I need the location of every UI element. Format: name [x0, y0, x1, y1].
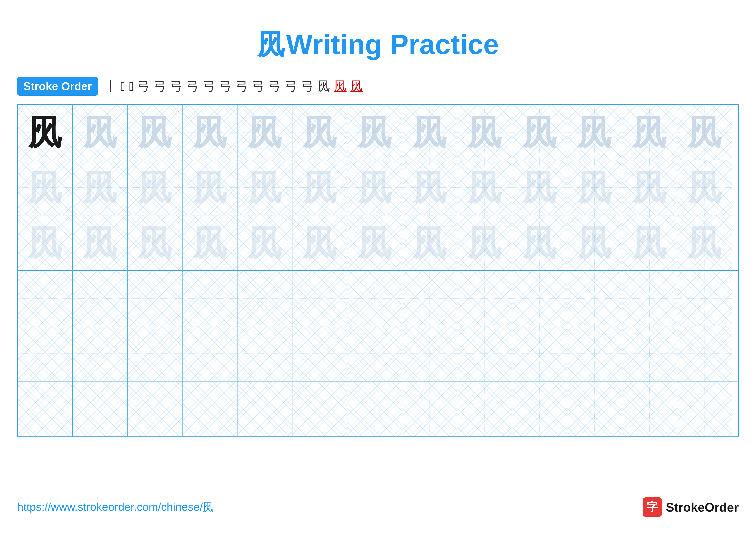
grid-cell-3-10[interactable]: 㶡	[512, 216, 567, 270]
grid-cell-1-11[interactable]: 㶡	[567, 105, 622, 160]
grid-cell-1-2[interactable]: 㶡	[73, 105, 127, 160]
stroke-sequence: 丨 𠃋 𠃌 弓 弓 弓 弓 弓 弓 弓 弓 弓 弓 弓 㶡 㶡 㶡	[104, 78, 363, 94]
footer-logo: 字 StrokeOrder	[643, 497, 739, 517]
grid-cell-4-8[interactable]	[402, 271, 457, 326]
grid-cell-6-1[interactable]	[18, 381, 73, 436]
stroke-17: 㶡	[350, 78, 363, 94]
char-faint: 㶡	[83, 226, 117, 260]
grid-cell-3-12[interactable]: 㶡	[622, 216, 677, 270]
grid-row-3: 㶡 㶡 㶡 㶡 㶡 㶡 㶡 㶡	[18, 216, 738, 271]
grid-cell-5-8[interactable]	[402, 326, 457, 381]
grid-cell-3-5[interactable]: 㶡	[237, 216, 292, 270]
grid-cell-2-9[interactable]: 㶡	[457, 160, 512, 215]
char-guide: 㶡	[193, 115, 227, 149]
char-faint: 㶡	[193, 226, 227, 260]
grid-cell-2-8[interactable]: 㶡	[402, 160, 457, 215]
grid-cell-5-11[interactable]	[567, 326, 622, 381]
grid-cell-4-1[interactable]	[18, 271, 73, 326]
grid-cell-1-7[interactable]: 㶡	[347, 105, 402, 160]
grid-cell-5-10[interactable]	[512, 326, 567, 381]
page-title: 㶡 Writing Practice	[0, 0, 756, 64]
char-faint: 㶡	[28, 226, 62, 260]
grid-cell-3-13[interactable]: 㶡	[677, 216, 732, 270]
stroke-order-badge: Stroke Order	[17, 77, 98, 96]
grid-cell-2-10[interactable]: 㶡	[512, 160, 567, 215]
grid-cell-2-6[interactable]: 㶡	[292, 160, 347, 215]
grid-cell-4-11[interactable]	[567, 271, 622, 326]
grid-cell-3-2[interactable]: 㶡	[73, 216, 127, 270]
char-faint: 㶡	[193, 170, 227, 205]
grid-cell-3-4[interactable]: 㶡	[182, 216, 237, 270]
grid-cell-6-11[interactable]	[567, 381, 622, 436]
grid-cell-3-11[interactable]: 㶡	[567, 216, 622, 270]
grid-cell-6-8[interactable]	[402, 381, 457, 436]
grid-cell-5-3[interactable]	[127, 326, 182, 381]
grid-cell-5-1[interactable]	[18, 326, 73, 381]
grid-cell-2-7[interactable]: 㶡	[347, 160, 402, 215]
stroke-12: 弓	[269, 78, 281, 94]
grid-cell-3-1[interactable]: 㶡	[18, 216, 73, 270]
grid-cell-2-2[interactable]: 㶡	[73, 160, 127, 215]
char-guide: 㶡	[138, 115, 172, 149]
grid-cell-4-3[interactable]	[127, 271, 182, 326]
char-guide: 㶡	[83, 115, 117, 149]
grid-cell-1-9[interactable]: 㶡	[457, 105, 512, 160]
grid-cell-6-4[interactable]	[182, 381, 237, 436]
grid-cell-1-12[interactable]: 㶡	[622, 105, 677, 160]
grid-cell-2-5[interactable]: 㶡	[237, 160, 292, 215]
grid-cell-4-7[interactable]	[347, 271, 402, 326]
grid-cell-6-10[interactable]	[512, 381, 567, 436]
grid-cell-5-2[interactable]	[73, 326, 127, 381]
grid-cell-5-5[interactable]	[237, 326, 292, 381]
grid-cell-5-13[interactable]	[677, 326, 732, 381]
grid-cell-4-12[interactable]	[622, 271, 677, 326]
grid-cell-4-9[interactable]	[457, 271, 512, 326]
grid-cell-5-6[interactable]	[292, 326, 347, 381]
grid-cell-3-3[interactable]: 㶡	[127, 216, 182, 270]
grid-cell-2-11[interactable]: 㶡	[567, 160, 622, 215]
grid-cell-1-1[interactable]: 㶡	[18, 105, 73, 160]
grid-cell-3-8[interactable]: 㶡	[402, 216, 457, 270]
char-guide: 㶡	[523, 115, 557, 149]
grid-cell-1-3[interactable]: 㶡	[127, 105, 182, 160]
grid-cell-6-5[interactable]	[237, 381, 292, 436]
grid-cell-1-8[interactable]: 㶡	[402, 105, 457, 160]
stroke-11: 弓	[252, 78, 265, 94]
grid-cell-6-7[interactable]	[347, 381, 402, 436]
grid-cell-2-13[interactable]: 㶡	[677, 160, 732, 215]
char-faint: 㶡	[468, 226, 502, 260]
grid-cell-4-13[interactable]	[677, 271, 732, 326]
char-faint: 㶡	[688, 170, 722, 205]
char-guide: 㶡	[358, 115, 392, 149]
grid-cell-1-6[interactable]: 㶡	[292, 105, 347, 160]
grid-cell-1-4[interactable]: 㶡	[182, 105, 237, 160]
grid-cell-1-13[interactable]: 㶡	[677, 105, 732, 160]
grid-cell-6-13[interactable]	[677, 381, 732, 436]
grid-cell-6-2[interactable]	[73, 381, 127, 436]
grid-cell-6-3[interactable]	[127, 381, 182, 436]
grid-cell-6-9[interactable]	[457, 381, 512, 436]
grid-cell-2-3[interactable]: 㶡	[127, 160, 182, 215]
grid-cell-1-5[interactable]: 㶡	[237, 105, 292, 160]
grid-cell-5-12[interactable]	[622, 326, 677, 381]
grid-cell-4-10[interactable]	[512, 271, 567, 326]
grid-cell-5-7[interactable]	[347, 326, 402, 381]
title-char: 㶡	[257, 29, 285, 60]
grid-cell-2-1[interactable]: 㶡	[18, 160, 73, 215]
grid-cell-1-10[interactable]: 㶡	[512, 105, 567, 160]
grid-cell-5-4[interactable]	[182, 326, 237, 381]
grid-cell-6-6[interactable]	[292, 381, 347, 436]
grid-cell-4-2[interactable]	[73, 271, 127, 326]
grid-cell-4-5[interactable]	[237, 271, 292, 326]
grid-cell-6-12[interactable]	[622, 381, 677, 436]
grid-cell-4-4[interactable]	[182, 271, 237, 326]
grid-cell-2-12[interactable]: 㶡	[622, 160, 677, 215]
footer-url[interactable]: https://www.strokeorder.com/chinese/㶡	[17, 499, 214, 515]
grid-cell-4-6[interactable]	[292, 271, 347, 326]
stroke-4: 弓	[138, 78, 150, 94]
grid-cell-3-6[interactable]: 㶡	[292, 216, 347, 270]
grid-cell-2-4[interactable]: 㶡	[182, 160, 237, 215]
grid-cell-5-9[interactable]	[457, 326, 512, 381]
grid-cell-3-7[interactable]: 㶡	[347, 216, 402, 270]
grid-cell-3-9[interactable]: 㶡	[457, 216, 512, 270]
